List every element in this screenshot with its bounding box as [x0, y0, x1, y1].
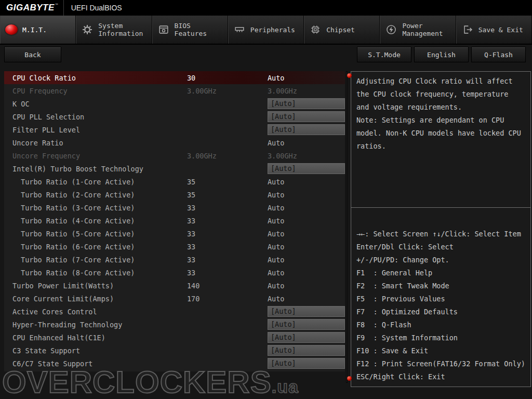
- setting-current-value: 3.00GHz: [187, 87, 268, 95]
- setting-label: Active Cores Control: [12, 308, 187, 316]
- help-key-line: +/-/PU/PD: Change Opt.: [356, 254, 525, 267]
- setting-row-active-cores-control[interactable]: Active Cores Control[Auto]: [4, 305, 345, 318]
- setting-label: Turbo Ratio (2-Core Active): [21, 191, 187, 199]
- setting-row-cpu-enhanced-halt-c1e[interactable]: CPU Enhanced Halt(C1E)[Auto]: [4, 331, 345, 344]
- s-t-mode-button[interactable]: S.T.Mode: [357, 47, 411, 62]
- setting-option-box[interactable]: [Auto]: [268, 319, 345, 330]
- setting-label: CPU Clock Ratio: [12, 74, 187, 82]
- setting-option-box[interactable]: [Auto]: [268, 163, 345, 174]
- setting-label: Turbo Ratio (5-Core Active): [21, 230, 187, 238]
- setting-current-value: 33: [187, 269, 268, 277]
- setting-option-box[interactable]: [Auto]: [268, 111, 345, 122]
- setting-label: K OC: [12, 100, 187, 108]
- setting-row-uncore-frequency[interactable]: Uncore Frequency3.00GHz3.00GHz: [4, 149, 345, 162]
- setting-label: Turbo Ratio (7-Core Active): [21, 256, 187, 264]
- setting-option: Auto: [268, 230, 345, 238]
- tab-label: Chipset: [326, 26, 355, 34]
- main-area: CPU Clock Ratio30AutoCPU Frequency3.00GH…: [4, 71, 531, 387]
- help-key-line: F9 : System Information: [356, 331, 525, 344]
- setting-option-box[interactable]: [Auto]: [268, 332, 345, 343]
- setting-label: Intel(R) Turbo Boost Technology: [12, 165, 187, 173]
- toolbar-right-group: S.T.ModeEnglishQ-Flash: [357, 47, 526, 62]
- setting-row-uncore-ratio[interactable]: Uncore RatioAuto: [4, 136, 345, 149]
- setting-option: Auto: [268, 217, 345, 225]
- setting-label: Filter PLL Level: [12, 126, 187, 134]
- setting-label: C3 State Support: [12, 347, 187, 355]
- setting-option: Auto: [268, 243, 345, 251]
- title-bar: GIGABYTE ™ UEFI DualBIOS: [0, 0, 532, 16]
- back-button[interactable]: Back: [4, 47, 61, 62]
- scroll-down-button[interactable]: [347, 376, 352, 381]
- setting-label: Turbo Ratio (1-Core Active): [21, 178, 187, 186]
- help-key-line: F5 : Previous Values: [356, 292, 525, 305]
- scrollbar[interactable]: [346, 71, 348, 383]
- setting-row-cpu-pll-selection[interactable]: CPU PLL Selection[Auto]: [4, 110, 345, 123]
- setting-row-cpu-frequency[interactable]: CPU Frequency3.00GHz3.00GHz: [4, 84, 345, 97]
- help-key-line: F7 : Optimized Defaults: [356, 305, 525, 318]
- setting-row-turbo-ratio-3-core-active[interactable]: Turbo Ratio (3-Core Active)33Auto: [4, 201, 345, 214]
- setting-row-cpu-clock-ratio[interactable]: CPU Clock Ratio30Auto: [4, 71, 345, 84]
- setting-current-value: 33: [187, 230, 268, 238]
- setting-option: Auto: [268, 295, 345, 303]
- setting-row-c3-state-support[interactable]: C3 State Support[Auto]: [4, 344, 345, 357]
- setting-option: 3.00GHz: [268, 87, 345, 95]
- save-exit-icon: [461, 23, 474, 36]
- setting-row-c6-c7-state-support[interactable]: C6/C7 State Support[Auto]: [4, 357, 345, 370]
- setting-row-turbo-ratio-5-core-active[interactable]: Turbo Ratio (5-Core Active)33Auto: [4, 227, 345, 240]
- tab-bios-features[interactable]: BIOS Features: [152, 16, 228, 44]
- tab-save-exit[interactable]: Save & Exit: [456, 16, 532, 44]
- help-key-line: F8 : Q-Flash: [356, 318, 525, 331]
- tab-m-i-t[interactable]: M.I.T.: [0, 16, 76, 44]
- help-key-list: →←: Select Screen ↑↓/Click: Select ItemE…: [351, 208, 530, 383]
- setting-row-filter-pll-level[interactable]: Filter PLL Level[Auto]: [4, 123, 345, 136]
- setting-row-turbo-ratio-4-core-active[interactable]: Turbo Ratio (4-Core Active)33Auto: [4, 214, 345, 227]
- setting-row-intel-r-turbo-boost-technology[interactable]: Intel(R) Turbo Boost Technology[Auto]: [4, 162, 345, 175]
- setting-row-turbo-ratio-2-core-active[interactable]: Turbo Ratio (2-Core Active)35Auto: [4, 188, 345, 201]
- setting-row-turbo-ratio-6-core-active[interactable]: Turbo Ratio (6-Core Active)33Auto: [4, 240, 345, 253]
- power-icon: [385, 23, 397, 36]
- setting-current-value: 35: [187, 178, 268, 186]
- setting-label: CPU Enhanced Halt(C1E): [12, 334, 187, 342]
- scroll-up-button[interactable]: [347, 73, 352, 78]
- setting-option: 3.00GHz: [268, 152, 345, 160]
- chipset-icon: [309, 23, 322, 36]
- setting-current-value: 33: [187, 217, 268, 225]
- setting-current-value: 170: [187, 295, 268, 303]
- help-key-line: F1 : General Help: [356, 267, 525, 280]
- setting-row-turbo-ratio-8-core-active[interactable]: Turbo Ratio (8-Core Active)33Auto: [4, 266, 345, 279]
- tab-bar: M.I.T.System InformationBIOS FeaturesPer…: [0, 16, 532, 45]
- setting-option-box[interactable]: [Auto]: [268, 358, 345, 369]
- setting-option: Auto: [268, 256, 345, 264]
- gigabyte-logo: GIGABYTE: [6, 3, 55, 13]
- setting-row-turbo-power-limit-watts[interactable]: Turbo Power Limit(Watts)140Auto: [4, 279, 345, 292]
- tab-label: M.I.T.: [22, 26, 47, 34]
- help-key-line: →←: Select Screen ↑↓/Click: Select Item: [356, 228, 525, 241]
- q-flash-button[interactable]: Q-Flash: [471, 47, 526, 62]
- mit-sphere-icon: [5, 24, 18, 35]
- setting-option-box[interactable]: [Auto]: [268, 98, 345, 109]
- setting-current-value: 30: [187, 74, 268, 82]
- setting-label: Turbo Ratio (4-Core Active): [21, 217, 187, 225]
- setting-row-core-current-limit-amps[interactable]: Core Current Limit(Amps)170Auto: [4, 292, 345, 305]
- setting-row-k-oc[interactable]: K OC[Auto]: [4, 97, 345, 110]
- setting-current-value: 3.00GHz: [187, 152, 268, 160]
- setting-option-box[interactable]: [Auto]: [268, 124, 345, 135]
- setting-option-box[interactable]: [Auto]: [268, 345, 345, 356]
- help-key-line: F2 : Smart Tweak Mode: [356, 280, 525, 292]
- setting-row-turbo-ratio-7-core-active[interactable]: Turbo Ratio (7-Core Active)33Auto: [4, 253, 345, 266]
- setting-label: Hyper-Threading Technology: [12, 321, 187, 329]
- tab-label: BIOS Features: [175, 22, 207, 37]
- firmware-title: UEFI DualBIOS: [71, 4, 122, 12]
- setting-label: Turbo Power Limit(Watts): [12, 282, 187, 290]
- tab-peripherals[interactable]: Peripherals: [228, 16, 304, 44]
- tab-power-management[interactable]: Power Management: [380, 16, 456, 44]
- english-button[interactable]: English: [414, 47, 469, 62]
- setting-row-turbo-ratio-1-core-active[interactable]: Turbo Ratio (1-Core Active)35Auto: [4, 175, 345, 188]
- setting-option-box[interactable]: [Auto]: [268, 306, 345, 317]
- tab-system-information[interactable]: System Information: [76, 16, 152, 44]
- setting-label: Turbo Ratio (3-Core Active): [21, 204, 187, 212]
- setting-row-hyper-threading-technology[interactable]: Hyper-Threading Technology[Auto]: [4, 318, 345, 331]
- setting-label: Turbo Ratio (6-Core Active): [21, 243, 187, 251]
- setting-option: Auto: [268, 282, 345, 290]
- tab-chipset[interactable]: Chipset: [304, 16, 380, 44]
